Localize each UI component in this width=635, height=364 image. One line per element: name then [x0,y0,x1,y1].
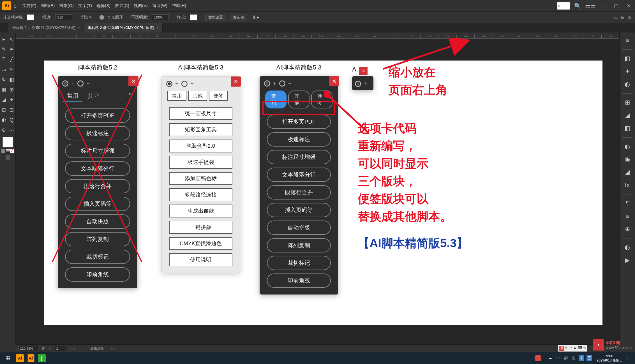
tray-ime-icon[interactable]: ㊥ [571,355,576,361]
script-button[interactable]: 极速标注 [65,126,130,140]
top-script-mini[interactable]: A.. [557,2,570,10]
tray-shield-icon[interactable]: 🛡 [555,355,561,361]
panel-53l-close[interactable]: ✕ [231,76,241,87]
right-panel-icon-0[interactable]: ≡ [622,35,633,46]
script-button[interactable]: 生成出血线 [169,205,232,217]
script-button[interactable]: 插入页码等 [65,197,130,211]
color-mode-icon[interactable] [1,149,5,153]
tool-6[interactable]: ▭ [0,64,8,75]
menu-effect[interactable]: 效果(C) [115,3,129,8]
tool-16[interactable]: ◐ [0,115,8,125]
document-tab-1[interactable]: 未标题-2.ai @ 50 % (CMYK/CPU 预览)× [8,23,84,33]
script-button[interactable]: 包装盒型2.0 [169,140,232,152]
menu-type[interactable]: 文字(T) [78,3,92,8]
tray-cloud-icon[interactable]: ☁ [547,355,553,361]
menu-window[interactable]: 窗口(W) [152,3,167,8]
script-button[interactable]: 极速标注 [267,132,331,147]
none-mode-icon[interactable]: ╱ [10,149,14,153]
panel-52-close[interactable]: ✕ [128,76,138,86]
right-panel-icon-11[interactable]: ¶ [622,198,633,209]
panel-toggle-2[interactable]: ⊞ [621,15,625,20]
document-setup-button[interactable]: 文档设置 [205,14,226,21]
script-button[interactable]: 插入页码等 [267,203,331,217]
right-panel-icon-6[interactable]: ◧ [622,123,633,134]
right-panel-icon-9[interactable]: ◢ [622,167,633,178]
script-button[interactable]: 统一画板尺寸 [169,107,232,120]
radio-checked-icon[interactable] [62,80,68,87]
script-button[interactable]: 阵列复制 [65,232,130,246]
tool-1[interactable]: ↖ [8,34,16,44]
script-button[interactable]: 极速手提袋 [169,156,232,169]
taskbar-app-ai-2[interactable]: Ai [27,354,35,362]
menu-view[interactable]: 视图(V) [134,3,148,8]
tool-17[interactable]: Q [8,115,16,125]
right-panel-icon-5[interactable]: ◢ [622,110,633,121]
tool-13[interactable]: ✦ [8,95,16,105]
tool-8[interactable]: ↻ [0,75,8,85]
tool-9[interactable]: ◧ [8,75,16,85]
right-panel-icon-10[interactable]: fx [622,180,633,191]
script-button[interactable]: 标注尺寸增强 [65,144,130,158]
right-panel-icon-13[interactable]: ⊕ [622,224,633,235]
taskbar-clock[interactable]: 9:06 2023/8/13 星期日 [594,354,625,362]
script-button[interactable]: CMYK查找潘通色 [169,237,232,250]
tool-3[interactable]: ✒ [8,44,16,54]
close-window-button[interactable]: ✕ [624,3,633,9]
close-tab-icon[interactable]: × [78,25,80,30]
tray-icon[interactable] [535,355,541,361]
search-icon[interactable]: 🔍 [574,3,581,9]
radio-icon[interactable] [181,81,188,87]
notification-icon[interactable] [627,355,633,361]
menu-edit[interactable]: 编辑(E) [41,3,55,8]
align-icon[interactable]: ⊩▸ [253,15,259,20]
radio-icon[interactable] [279,80,285,87]
canvas-area[interactable]: -30-20-100102030405060708090100110120130… [16,33,619,344]
tab-common-53d[interactable]: 常用 [265,91,287,108]
taskbar-app-3[interactable]: ʃ [36,353,48,363]
style-swatch[interactable] [190,14,197,20]
start-button[interactable]: ⊞ [2,353,13,363]
tool-2[interactable]: ✎ [0,44,8,54]
right-panel-icon-3[interactable]: ◐ [622,79,633,90]
home-icon[interactable]: ⌂ [13,3,17,9]
script-button[interactable]: 标注尺寸增强 [267,150,331,164]
tab-notes-53l[interactable]: 便签 [209,91,228,101]
script-button[interactable]: 一键拼版 [169,221,232,234]
preferences-button[interactable]: 首选项 [230,14,247,21]
tray-lang-icon[interactable]: 中 [579,355,584,361]
tray-up-icon[interactable]: ˄ [543,356,545,360]
script-button[interactable]: 文本段落分行 [267,168,331,182]
script-button[interactable]: 段落行合并 [65,179,130,193]
screen-mode-icon[interactable] [6,155,10,160]
tool-14[interactable]: ⊡ [0,105,8,115]
script-button[interactable]: 裁切标记 [65,250,130,264]
script-button[interactable]: 自动拼版 [267,221,331,235]
tool-12[interactable]: ◢ [0,95,8,105]
right-panel-icon-12[interactable]: ≡ [622,211,633,222]
tool-10[interactable]: ▦ [0,85,8,95]
right-panel-icon-2[interactable]: ✦ [622,66,633,77]
tab-other-53d[interactable]: 其他 [288,91,310,108]
tab-other-53l[interactable]: 其他 [188,91,207,101]
menu-select[interactable]: 选择(S) [96,3,110,8]
uniform-dropdown[interactable]: 等比 ▾ [80,15,91,20]
script-button[interactable]: 阵列复制 [267,238,331,252]
panel-53d-close[interactable]: ✕ [329,76,339,86]
right-panel-icon-14[interactable]: ◐ [622,242,633,253]
maximize-button[interactable]: ▢ [612,3,620,9]
script-button[interactable]: 印前角线 [65,267,130,282]
ime-bar[interactable]: 五 中 ノ ⚙ ⌨ ✎ [558,345,587,352]
script-button[interactable]: 多段路径连接 [169,188,232,201]
right-panel-icon-7[interactable]: ◐ [622,141,633,152]
script-button[interactable]: 段落行合并 [267,185,331,200]
script-button[interactable]: 文本段落分行 [65,161,130,176]
artboard-nav-input[interactable] [55,346,66,351]
script-button[interactable]: 打开多页PDF [267,115,331,129]
radio-checked-icon[interactable] [264,80,270,87]
taskbar-app-ai-1[interactable]: Ai [14,353,26,363]
fill-swatch[interactable] [27,14,34,20]
brush-preview[interactable] [99,15,104,20]
tool-11[interactable]: ⊞ [8,85,16,95]
tab-common-53l[interactable]: 常用 [167,91,186,101]
mini-close[interactable]: ✕ [359,67,368,75]
